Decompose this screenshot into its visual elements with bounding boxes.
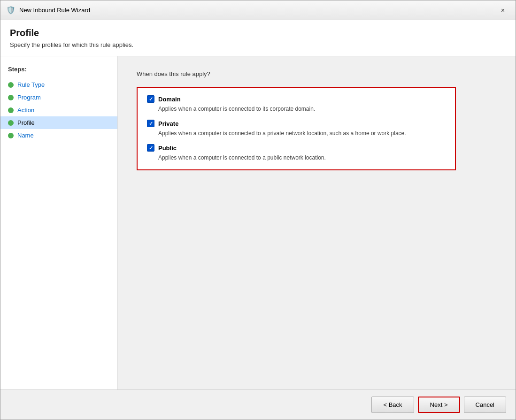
window-icon: 🛡️ xyxy=(6,6,15,15)
step-label-name: Name xyxy=(17,132,34,139)
step-dot-rule-type xyxy=(8,82,14,88)
title-bar-left: 🛡️ New Inbound Rule Wizard xyxy=(6,6,90,15)
option-header-domain: Domain xyxy=(147,95,446,103)
option-desc-public: Applies when a computer is connected to … xyxy=(147,153,446,162)
option-row-private: Private Applies when a computer is conne… xyxy=(147,120,446,137)
checkbox-domain[interactable] xyxy=(147,95,154,103)
content-panel: When does this rule apply? Domain Applie… xyxy=(118,56,516,389)
step-label-action: Action xyxy=(17,107,34,114)
steps-label: Steps: xyxy=(0,66,117,78)
window-title: New Inbound Rule Wizard xyxy=(19,7,90,14)
step-dot-program xyxy=(8,95,14,100)
page-title: Profile xyxy=(10,28,506,38)
main-area: Steps: Rule Type Program Action Profile … xyxy=(0,56,516,389)
sidebar: Steps: Rule Type Program Action Profile … xyxy=(0,56,118,389)
sidebar-item-name[interactable]: Name xyxy=(0,129,117,142)
step-label-rule-type: Rule Type xyxy=(17,81,45,88)
cancel-button[interactable]: Cancel xyxy=(464,397,506,413)
header-area: Profile Specify the profiles for which t… xyxy=(0,20,516,56)
wizard-window: 🛡️ New Inbound Rule Wizard × Profile Spe… xyxy=(0,0,516,420)
checkbox-private[interactable] xyxy=(147,120,154,127)
checkbox-public[interactable] xyxy=(147,144,154,152)
option-desc-domain: Applies when a computer is connected to … xyxy=(147,105,446,113)
step-dot-action xyxy=(8,107,14,113)
options-box: Domain Applies when a computer is connec… xyxy=(137,87,456,170)
option-title-domain: Domain xyxy=(158,96,181,103)
sidebar-item-action[interactable]: Action xyxy=(0,104,117,116)
sidebar-item-program[interactable]: Program xyxy=(0,91,117,104)
sidebar-item-profile[interactable]: Profile xyxy=(0,116,117,129)
step-label-profile: Profile xyxy=(17,119,35,126)
step-dot-profile xyxy=(8,120,14,126)
option-title-private: Private xyxy=(158,120,178,127)
next-button[interactable]: Next > xyxy=(418,397,460,413)
back-button[interactable]: < Back xyxy=(371,397,414,413)
step-label-program: Program xyxy=(17,94,41,101)
close-button[interactable]: × xyxy=(496,5,510,16)
page-subtitle: Specify the profiles for which this rule… xyxy=(10,41,506,48)
option-title-public: Public xyxy=(158,145,177,152)
sidebar-item-rule-type[interactable]: Rule Type xyxy=(0,78,117,91)
option-row-public: Public Applies when a computer is connec… xyxy=(147,144,446,162)
option-header-public: Public xyxy=(147,144,446,152)
option-row-domain: Domain Applies when a computer is connec… xyxy=(147,95,446,113)
option-header-private: Private xyxy=(147,120,446,127)
title-bar: 🛡️ New Inbound Rule Wizard × xyxy=(0,0,516,20)
option-desc-private: Applies when a computer is connected to … xyxy=(147,129,446,137)
step-dot-name xyxy=(8,133,14,138)
footer: < Back Next > Cancel xyxy=(0,389,516,420)
content-question: When does this rule apply? xyxy=(137,70,497,77)
